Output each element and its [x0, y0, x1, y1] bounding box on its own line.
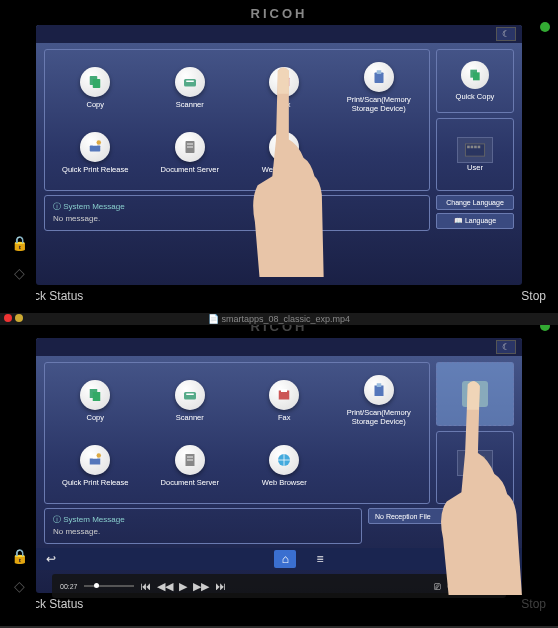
app-doc-server[interactable]: Document Server	[144, 434, 237, 497]
copy-icon	[80, 67, 110, 97]
app-memory-print[interactable]: Print/Scan(Memory Storage Device)	[333, 369, 426, 432]
top-bar: ☾	[36, 25, 522, 43]
stop-button[interactable]: Stop	[521, 289, 546, 303]
svg-rect-28	[377, 383, 382, 387]
svg-rect-5	[281, 76, 287, 79]
svg-rect-26	[281, 389, 287, 392]
scanner-icon	[175, 67, 205, 97]
device-panel-bottom: RICOH 🔒 ◇ ☾ Copy Scanner Fax	[0, 313, 558, 626]
main-area: Copy Scanner Fax Print/Scan(Memory Stora…	[36, 356, 522, 508]
app-memory-print[interactable]: Print/Scan(Memory Storage Device)	[333, 56, 426, 119]
video-controls: 00:27 ⏮ ◀◀ ▶ ▶▶ ⏭ ⎚ 01:19 ▭ ⛶	[52, 574, 506, 598]
sleep-button[interactable]: ☾	[496, 340, 516, 354]
app-browser[interactable]: Web Browser	[238, 434, 331, 497]
svg-rect-37	[471, 459, 474, 462]
user-button[interactable]: User	[436, 431, 514, 504]
system-message-box: System Message No message.	[44, 508, 362, 544]
quick-copy-button[interactable]: Quick Copy	[436, 49, 514, 113]
app-copy[interactable]: Copy	[49, 56, 142, 119]
nav-menu-button[interactable]: ≡	[316, 552, 323, 566]
app-label: Quick Print Release	[62, 165, 128, 174]
lower-area: System Message No message. No Reception …	[36, 508, 522, 548]
app-fax[interactable]: Fax	[238, 369, 331, 432]
svg-rect-19	[474, 146, 477, 149]
video-rewind-button[interactable]: ◀◀	[157, 580, 173, 593]
svg-rect-8	[90, 145, 101, 151]
video-prev-button[interactable]: ⏮	[140, 580, 151, 592]
window-close-icon[interactable]	[4, 314, 12, 322]
app-copy[interactable]: Copy	[49, 369, 142, 432]
brand-label: RICOH	[2, 2, 556, 25]
quickprint-icon	[80, 132, 110, 162]
lock-icon: 🔒	[452, 512, 461, 520]
language-panel: Change Language 📖 Language	[436, 195, 514, 231]
app-label: Fax	[278, 413, 291, 422]
app-browser[interactable]: Web Browser	[238, 121, 331, 184]
window-minimize-icon[interactable]	[15, 314, 23, 322]
svg-rect-17	[467, 146, 470, 149]
docserver-icon	[175, 132, 205, 162]
app-label: Scanner	[176, 100, 204, 109]
svg-rect-24	[186, 393, 194, 395]
touchscreen[interactable]: ☾ Copy Scanner Fax Print/Scan(Memory	[36, 338, 522, 593]
device-panel-top: RICOH 🔒 ◇ ☾ Copy Scanner Fa	[0, 0, 558, 313]
nav-home-button[interactable]: ⌂	[274, 550, 296, 568]
sleep-button[interactable]: ☾	[496, 27, 516, 41]
diamond-icon: ◇	[14, 265, 25, 281]
reception-file-button[interactable]: No Reception File 🔒	[368, 508, 468, 524]
svg-rect-22	[93, 392, 101, 401]
user-label: User	[467, 163, 483, 172]
app-label: Print/Scan(Memory Storage Device)	[333, 95, 426, 113]
quickprint-icon	[80, 445, 110, 475]
language-button[interactable]: 📖 Language	[436, 213, 514, 229]
widget-icon	[462, 381, 488, 407]
svg-rect-15	[473, 72, 480, 80]
dragging-widget[interactable]	[436, 362, 514, 426]
touchscreen[interactable]: ☾ Copy Scanner Fax Print/Scan	[36, 25, 522, 285]
video-time-current: 00:27	[60, 583, 78, 590]
user-button[interactable]: User	[436, 118, 514, 191]
app-label: Web Browser	[262, 165, 307, 174]
app-scanner[interactable]: Scanner	[144, 56, 237, 119]
top-bar: ☾	[36, 338, 522, 356]
keyboard-icon	[457, 137, 493, 163]
docserver-icon	[175, 445, 205, 475]
app-fax[interactable]: Fax	[238, 56, 331, 119]
lower-area: System Message No message. Change Langua…	[36, 195, 522, 235]
svg-rect-1	[93, 79, 101, 88]
side-panel: User	[436, 362, 514, 504]
change-button[interactable]: Change	[474, 508, 514, 523]
app-scanner[interactable]: Scanner	[144, 369, 237, 432]
svg-rect-23	[184, 392, 196, 400]
diamond-icon: ◇	[14, 578, 25, 594]
app-grid: Copy Scanner Fax Print/Scan(Memory Stora…	[44, 49, 430, 191]
video-fullscreen-icon[interactable]: ⛶	[487, 580, 498, 592]
svg-rect-3	[186, 80, 194, 82]
fax-icon	[269, 380, 299, 410]
svg-rect-6	[374, 73, 383, 84]
svg-rect-36	[467, 459, 470, 462]
video-progress[interactable]	[84, 585, 134, 587]
lock-icon: 🔒	[11, 235, 28, 251]
app-doc-server[interactable]: Document Server	[144, 121, 237, 184]
svg-rect-32	[187, 456, 193, 458]
nav-back-button[interactable]: ↩	[46, 552, 56, 566]
scanner-icon	[175, 380, 205, 410]
svg-point-30	[97, 453, 102, 458]
browser-icon	[269, 132, 299, 162]
change-language-button[interactable]: Change Language	[436, 195, 514, 210]
app-quick-print[interactable]: Quick Print Release	[49, 434, 142, 497]
stop-button[interactable]: Stop	[521, 597, 546, 611]
video-forward-button[interactable]: ▶▶	[193, 580, 209, 593]
sysmsg-body: No message.	[53, 214, 421, 223]
video-airplay-icon[interactable]: ⎚	[434, 580, 441, 592]
app-quick-print[interactable]: Quick Print Release	[49, 121, 142, 184]
video-next-button[interactable]: ⏭	[215, 580, 226, 592]
system-message-box: System Message No message.	[44, 195, 430, 231]
svg-rect-18	[471, 146, 474, 149]
bezel-left: 🔒 ◇	[2, 2, 36, 311]
filename-bar: 📄 smartapps_08_classic_exp.mp4	[0, 313, 558, 325]
video-pip-icon[interactable]: ▭	[471, 580, 481, 593]
video-play-button[interactable]: ▶	[179, 580, 187, 593]
user-label: User	[467, 476, 483, 485]
